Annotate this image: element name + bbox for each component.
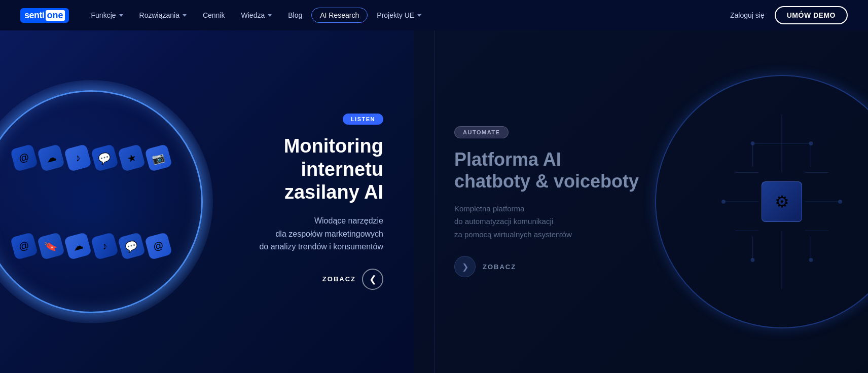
nav-item-ai-research[interactable]: AI Research bbox=[311, 8, 368, 23]
svg-point-17 bbox=[722, 200, 726, 204]
hero-left-arrow-button[interactable]: ❮ bbox=[362, 269, 383, 290]
hero-left-content: LISTEN Monitoring internetu zasilany AI … bbox=[201, 114, 414, 290]
sphere-decoration-left: @ ☁ ♪ 💬 ★ 📷 @ 🔖 ☁ ♪ 💬 @ bbox=[0, 80, 213, 323]
hero-left-title: Monitoring internetu zasilany AI bbox=[201, 135, 383, 204]
hero-left-panel: @ ☁ ♪ 💬 ★ 📷 @ 🔖 ☁ ♪ 💬 @ LISTEN Monitorin… bbox=[0, 30, 414, 373]
nav-item-projekty-ue[interactable]: Projekty UE bbox=[370, 7, 428, 23]
svg-point-18 bbox=[839, 200, 842, 204]
nav-item-rozwiazania[interactable]: Rozwiązania bbox=[132, 7, 194, 23]
svg-point-16 bbox=[809, 258, 813, 262]
hero-right-panel: AUTOMATE Platforma AI chatboty & voicebo… bbox=[414, 30, 868, 373]
hero-right-subtitle: Kompletna platforma do automatyzacji kom… bbox=[454, 202, 639, 241]
hero-right-cta-label[interactable]: ZOBACZ bbox=[483, 263, 516, 271]
chip-center: ⚙ bbox=[762, 181, 802, 222]
cube-12: @ bbox=[144, 232, 172, 259]
svg-point-14 bbox=[809, 142, 813, 145]
hero-right-content: AUTOMATE Platforma AI chatboty & voicebo… bbox=[454, 126, 639, 278]
login-button[interactable]: Zaloguj się bbox=[730, 11, 765, 19]
badge-listen: LISTEN bbox=[343, 114, 383, 125]
svg-point-13 bbox=[751, 142, 754, 145]
hero-right-title: Platforma AI chatboty & voiceboty bbox=[454, 148, 639, 192]
demo-button[interactable]: UMÓW DEMO bbox=[775, 6, 848, 24]
navbar: sentione Funkcje Rozwiązania Cennik Wied… bbox=[0, 0, 868, 30]
logo-senti: senti bbox=[24, 10, 45, 21]
svg-point-15 bbox=[751, 258, 754, 262]
hero-left-subtitle: Wiodące narzędzie dla zespołów marketing… bbox=[201, 214, 383, 253]
nav-item-wiedza[interactable]: Wiedza bbox=[234, 7, 279, 23]
cube-10: ♪ bbox=[91, 232, 119, 259]
cube-2: ☁ bbox=[37, 143, 65, 171]
chevron-down-icon bbox=[119, 14, 123, 17]
cube-5: ★ bbox=[118, 143, 146, 171]
nav-item-funkcje[interactable]: Funkcje bbox=[84, 7, 130, 23]
hero-right-arrow-button[interactable]: ❯ bbox=[454, 256, 476, 277]
sphere-decoration-right: ⚙ bbox=[655, 75, 868, 328]
chevron-down-icon bbox=[268, 14, 272, 17]
cube-11: 💬 bbox=[118, 232, 146, 259]
cube-9: ☁ bbox=[64, 232, 92, 259]
panel-divider bbox=[434, 30, 435, 373]
cube-7: @ bbox=[10, 232, 38, 259]
cube-3: ♪ bbox=[64, 143, 92, 171]
nav-item-blog[interactable]: Blog bbox=[281, 7, 309, 23]
cube-6: 📷 bbox=[144, 143, 172, 171]
hero-right-cta: ❯ ZOBACZ bbox=[454, 256, 639, 277]
cube-grid: @ ☁ ♪ 💬 ★ 📷 @ 🔖 ☁ ♪ 💬 @ bbox=[0, 95, 198, 308]
cube-1: @ bbox=[10, 143, 38, 171]
logo-one: one bbox=[46, 10, 65, 21]
hero-left-cta-label[interactable]: ZOBACZ bbox=[322, 275, 356, 283]
cube-8: 🔖 bbox=[37, 232, 65, 259]
hero-left-cta: ZOBACZ ❮ bbox=[201, 269, 383, 290]
chip-icon: ⚙ bbox=[775, 192, 789, 211]
badge-automate: AUTOMATE bbox=[454, 126, 509, 138]
logo[interactable]: sentione bbox=[20, 8, 69, 23]
nav-item-cennik[interactable]: Cennik bbox=[196, 7, 232, 23]
nav-right: Zaloguj się UMÓW DEMO bbox=[730, 6, 848, 24]
cube-4: 💬 bbox=[91, 143, 119, 171]
nav-items: Funkcje Rozwiązania Cennik Wiedza Blog A… bbox=[84, 7, 731, 23]
chevron-down-icon bbox=[417, 14, 421, 17]
chevron-down-icon bbox=[183, 14, 187, 17]
